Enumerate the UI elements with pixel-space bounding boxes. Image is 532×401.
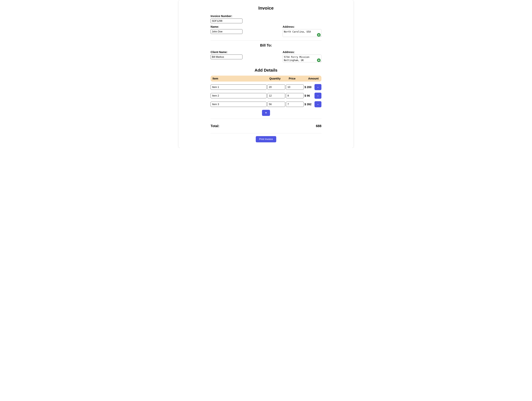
item-price-input[interactable] [286, 93, 304, 98]
client-name-label: Client Name: [211, 50, 242, 54]
svg-point-6 [319, 60, 319, 61]
svg-rect-4 [318, 60, 319, 61]
svg-point-5 [318, 60, 319, 61]
items-body: $ 200-$ 96-$ 392- [211, 84, 321, 107]
svg-point-1 [318, 35, 319, 35]
bill-to-heading: Bill To: [211, 43, 321, 48]
item-amount: $ 392 [304, 103, 314, 106]
robot-icon [317, 33, 321, 37]
total-row: Total: 688 [211, 122, 321, 131]
col-amount: Amount [305, 77, 319, 80]
item-name-input[interactable] [211, 84, 266, 90]
client-name-input[interactable] [211, 55, 242, 59]
item-amount: $ 96 [304, 94, 314, 97]
bill-to-row: Client Name: Address: 5734 Ferry Mission… [211, 50, 321, 63]
svg-rect-0 [318, 34, 319, 35]
item-price-input[interactable] [286, 84, 304, 90]
remove-item-button[interactable]: - [315, 93, 321, 99]
svg-point-2 [319, 35, 319, 35]
client-address-block: Address: 5734 Ferry Mission Nottingham, … [283, 50, 321, 63]
item-quantity-input[interactable] [267, 84, 285, 90]
col-price: Price [289, 77, 305, 80]
total-label: Total: [211, 124, 219, 128]
item-name-input[interactable] [211, 102, 266, 107]
item-row: $ 96- [211, 93, 321, 99]
sender-name-block: Name: [211, 25, 242, 38]
item-price-input[interactable] [286, 102, 304, 107]
sender-address-input[interactable]: North Carolina, USA [283, 29, 321, 37]
item-row: $ 200- [211, 84, 321, 90]
col-quantity: Quantity [269, 77, 289, 80]
remove-item-button[interactable]: - [315, 101, 321, 107]
item-quantity-input[interactable] [267, 102, 285, 107]
sender-name-label: Name: [211, 25, 242, 28]
invoice-page: Invoice Invoice Number: Name: Address: N… [179, 0, 353, 148]
item-name-input[interactable] [211, 93, 266, 98]
sender-row: Name: Address: North Carolina, USA [211, 25, 321, 38]
invoice-number-block: Invoice Number: [211, 14, 321, 23]
sender-name-input[interactable] [211, 29, 242, 34]
col-item: Item [213, 77, 269, 80]
page-title: Invoice [211, 6, 321, 11]
sender-address-label: Address: [283, 25, 321, 28]
robot-icon [317, 58, 321, 62]
item-amount: $ 200 [304, 86, 314, 89]
client-name-block: Client Name: [211, 50, 242, 63]
details-heading: Add Details [211, 68, 321, 73]
divider [211, 133, 321, 133]
total-value: 688 [316, 124, 321, 128]
invoice-number-input[interactable] [211, 19, 242, 23]
item-quantity-input[interactable] [267, 93, 285, 98]
client-address-input[interactable]: 5734 Ferry Mission Nottingham, UK [283, 55, 321, 62]
client-address-label: Address: [283, 50, 321, 54]
item-row: $ 392- [211, 101, 321, 107]
add-item-button[interactable]: + [262, 110, 270, 116]
invoice-number-label: Invoice Number: [211, 14, 321, 18]
remove-item-button[interactable]: - [315, 84, 321, 90]
items-header: Item Quantity Price Amount [211, 75, 321, 81]
sender-address-block: Address: North Carolina, USA [283, 25, 321, 38]
print-invoice-button[interactable]: Print Invoice [256, 136, 276, 142]
